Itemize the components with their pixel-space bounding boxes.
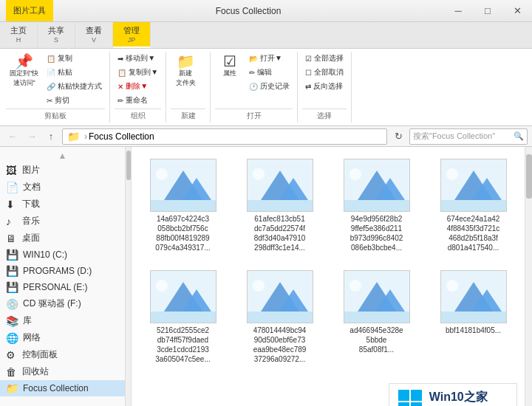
file-name: 61afec813cb51dc7a5dd22574f8df3d40a479102… bbox=[254, 214, 306, 252]
file-item[interactable]: 674ece24a1a424f88435f3d721c468d2b5f18a3f… bbox=[429, 154, 517, 257]
move-to-button[interactable]: ➡ 移动到▼ bbox=[115, 52, 161, 65]
file-area: 14a697c4224c3058bcb2bf756c88fb00f4819289… bbox=[132, 147, 525, 406]
address-bar[interactable]: 📁 › Focus Collection bbox=[62, 128, 387, 145]
paste-button[interactable]: 📄 粘贴 bbox=[44, 66, 105, 79]
sidebar-item-network[interactable]: 🌐 网络 bbox=[0, 329, 125, 346]
open-buttons: ☑ 属性 📂 打开▼ ✏ 编辑 🕐 历史记录 bbox=[215, 52, 293, 107]
refresh-button[interactable]: ↻ bbox=[390, 128, 406, 145]
minimize-button[interactable]: ─ bbox=[443, 0, 473, 21]
ribbon-group-new: 📁 新建文件夹 新建 bbox=[166, 52, 211, 123]
new-folder-button[interactable]: 📁 新建文件夹 bbox=[171, 52, 200, 90]
forward-button[interactable]: → bbox=[24, 128, 40, 145]
sidebar-item-programs[interactable]: 💾 PROGRAMS (D:) bbox=[0, 263, 125, 279]
svg-rect-19 bbox=[441, 200, 506, 211]
invert-select-button[interactable]: ⇄ 反向选择 bbox=[302, 80, 347, 93]
cut-button[interactable]: ✂ 剪切 bbox=[44, 94, 105, 107]
sidebar-item-desktop[interactable]: 🖥 桌面 bbox=[0, 230, 125, 247]
copy-to-icon: 📋 bbox=[117, 69, 126, 77]
tab-share[interactable]: 共享S bbox=[38, 22, 75, 48]
cut-icon: ✂ bbox=[47, 97, 52, 105]
file-item[interactable]: 14a697c4224c3058bcb2bf756c88fb00f4819289… bbox=[139, 154, 227, 257]
mountain-image bbox=[151, 271, 216, 323]
deselect-all-button[interactable]: ☐ 全部取消 bbox=[302, 66, 347, 79]
invert-select-icon: ⇄ bbox=[305, 83, 311, 91]
window-title: Focus Collection bbox=[53, 6, 443, 16]
rename-button[interactable]: ✏ 重命名 bbox=[115, 94, 161, 107]
sidebar-item-documents[interactable]: 📄 文档 bbox=[0, 179, 125, 196]
tab-view[interactable]: 查看V bbox=[75, 22, 113, 48]
sidebar-item-downloads-label: 下载 bbox=[22, 198, 40, 210]
pin-to-quick-access-button[interactable]: 📌 固定到"快速访问" bbox=[6, 52, 42, 90]
edit-button[interactable]: ✏ 编辑 bbox=[246, 66, 293, 79]
file-area-scrollbar[interactable] bbox=[525, 147, 532, 406]
sidebar-item-personal[interactable]: 💾 PERSONAL (E:) bbox=[0, 279, 125, 295]
sidebar-item-music[interactable]: ♪ 音乐 bbox=[0, 213, 125, 230]
tab-manage[interactable]: 管理JP bbox=[113, 22, 151, 48]
open-button[interactable]: 📂 打开▼ bbox=[246, 52, 293, 65]
copy-button[interactable]: 📋 复制 bbox=[44, 52, 105, 65]
watermark-text-container: Win10之家 www.win10xitong.com bbox=[429, 390, 509, 407]
pin-icon: 📌 bbox=[15, 54, 33, 69]
search-bar[interactable]: 搜索"Focus Collection" 🔍 bbox=[409, 128, 528, 145]
file-item[interactable]: ad466945e328e5bbde85af08f1... bbox=[332, 266, 420, 368]
paste-shortcut-button[interactable]: 🔗 粘贴快捷方式 bbox=[44, 80, 105, 93]
sidebar-item-downloads[interactable]: ⬇ 下载 bbox=[0, 196, 125, 213]
mountain-image bbox=[248, 159, 313, 211]
sidebar-item-win10[interactable]: 💾 WIN10 (C:) bbox=[0, 247, 125, 263]
file-name: 478014449bc9490d500ebf6e73eaa9be48ec7893… bbox=[253, 326, 307, 364]
tab-home[interactable]: 主页H bbox=[0, 22, 38, 48]
svg-point-23 bbox=[156, 280, 168, 292]
new-label: 新建 bbox=[171, 109, 205, 123]
back-button[interactable]: ← bbox=[4, 128, 21, 145]
sidebar-item-desktop-label: 桌面 bbox=[22, 232, 40, 244]
file-item[interactable]: 478014449bc9490d500ebf6e73eaa9be48ec7893… bbox=[236, 266, 324, 368]
delete-icon: ✕ bbox=[117, 83, 123, 91]
focus-collection-icon: 📁 bbox=[6, 382, 18, 394]
network-icon: 🌐 bbox=[6, 332, 18, 344]
sidebar-item-cd[interactable]: 💿 CD 驱动器 (F:) bbox=[0, 295, 125, 312]
file-item[interactable]: 61afec813cb51dc7a5dd22574f8df3d40a479102… bbox=[236, 154, 324, 257]
select-label: 选择 bbox=[302, 109, 347, 123]
file-name: 5216cd2555ce2db74ff57f9daed3cde1cdcd2193… bbox=[155, 326, 211, 364]
sidebar-item-focus-collection[interactable]: 📁 Focus Collection bbox=[0, 380, 125, 396]
select-col: ☑ 全部选择 ☐ 全部取消 ⇄ 反向选择 bbox=[302, 52, 347, 93]
file-item[interactable]: 5216cd2555ce2db74ff57f9daed3cde1cdcd2193… bbox=[139, 266, 227, 368]
history-button[interactable]: 🕐 历史记录 bbox=[246, 80, 293, 93]
clipboard-buttons: 📌 固定到"快速访问" 📋 复制 📄 粘贴 🔗 粘贴快捷方式 bbox=[6, 52, 105, 107]
close-button[interactable]: ✕ bbox=[502, 0, 532, 21]
sidebar-scrollbar[interactable] bbox=[126, 147, 132, 406]
delete-button[interactable]: ✕ 删除▼ bbox=[115, 80, 161, 93]
drive-d-icon: 💾 bbox=[6, 265, 18, 277]
sidebar-item-control-panel[interactable]: ⚙ 控制面板 bbox=[0, 346, 125, 363]
select-all-button[interactable]: ☑ 全部选择 bbox=[302, 52, 347, 65]
sidebar-item-library[interactable]: 📚 库 bbox=[0, 312, 125, 329]
sidebar-item-library-label: 库 bbox=[23, 314, 32, 327]
control-panel-icon: ⚙ bbox=[6, 349, 18, 361]
clipboard-label: 剪贴板 bbox=[6, 109, 105, 123]
file-area-scroll-thumb bbox=[526, 154, 532, 199]
file-thumbnail bbox=[344, 270, 410, 323]
sidebar-item-personal-label: PERSONAL (E:) bbox=[23, 282, 88, 292]
properties-button[interactable]: ☑ 属性 bbox=[215, 52, 245, 80]
mountain-image bbox=[344, 271, 409, 323]
svg-rect-34 bbox=[344, 312, 409, 323]
sidebar-item-pictures[interactable]: 🖼 图片 bbox=[0, 162, 125, 179]
ribbon: 主页H 共享S 查看V 管理JP 📌 固定到"快速访问" 📋 复制 📄 bbox=[0, 22, 532, 126]
up-button[interactable]: ↑ bbox=[43, 128, 59, 145]
drive-c-icon: 💾 bbox=[6, 249, 18, 261]
file-name: 94e9d956f28b29ffef5e386d211b973d996c8402… bbox=[350, 214, 403, 252]
copy-to-button[interactable]: 📋 复制到▼ bbox=[115, 66, 161, 79]
windows-logo bbox=[397, 388, 423, 406]
file-item[interactable]: 94e9d956f28b29ffef5e386d211b973d996c8402… bbox=[332, 154, 420, 257]
svg-rect-4 bbox=[151, 200, 216, 211]
maximize-button[interactable]: □ bbox=[473, 0, 502, 21]
file-item[interactable]: bbf14181b4f05... bbox=[429, 266, 517, 368]
ribbon-group-select: ☑ 全部选择 ☐ 全部取消 ⇄ 反向选择 选择 bbox=[298, 52, 352, 123]
svg-point-38 bbox=[446, 280, 458, 292]
svg-rect-41 bbox=[411, 390, 422, 401]
title-bar: 图片工具 Focus Collection ─ □ ✕ bbox=[0, 0, 532, 22]
svg-rect-29 bbox=[248, 312, 313, 323]
sidebar-item-recycle[interactable]: 🗑 回收站 bbox=[0, 363, 125, 380]
mountain-image bbox=[248, 271, 313, 323]
open-label: 打开 bbox=[215, 109, 293, 123]
